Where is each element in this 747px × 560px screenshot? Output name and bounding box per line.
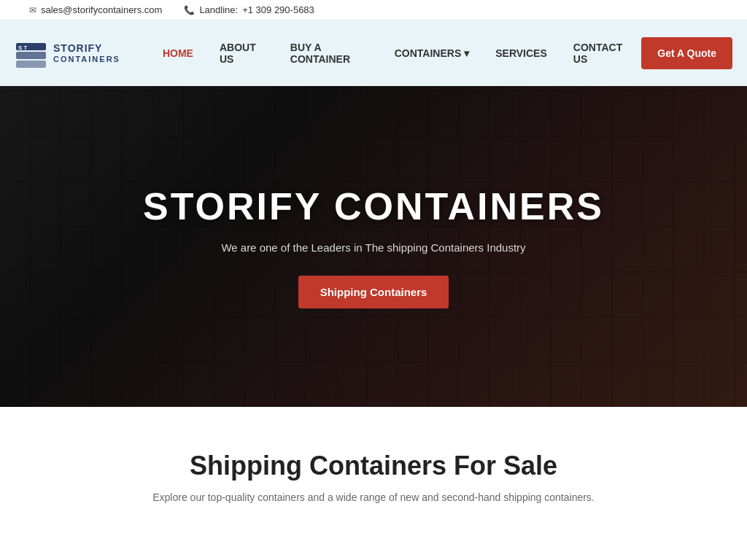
top-bar: ✉ sales@storifycontainers.com 📞 Landline… — [0, 0, 747, 20]
logo-line2: CONTAINERS — [53, 55, 120, 64]
nav-contact[interactable]: CONTACT US — [560, 34, 642, 72]
logo-text: STORIFY CONTAINERS — [53, 42, 120, 64]
nav-about[interactable]: ABOUT US — [206, 34, 277, 72]
get-quote-button[interactable]: Get A Quote — [641, 37, 732, 69]
products-section: Shipping Containers For Sale Explore our… — [0, 407, 747, 560]
phone-label-text: Landline: — [199, 4, 238, 15]
nav-links: HOME ABOUT US BUY A CONTAINER CONTAINERS… — [150, 34, 641, 72]
nav-containers[interactable]: CONTAINERS ▾ — [382, 40, 483, 66]
email-contact: ✉ sales@storifycontainers.com — [29, 4, 162, 15]
svg-rect-2 — [16, 61, 46, 68]
email-icon: ✉ — [29, 5, 36, 15]
dropdown-chevron: ▾ — [464, 47, 469, 59]
logo-line1: STORIFY — [53, 42, 120, 55]
navbar: S T STORIFY CONTAINERS HOME ABOUT US BUY… — [0, 20, 747, 86]
svg-rect-1 — [16, 52, 46, 59]
logo[interactable]: S T STORIFY CONTAINERS — [15, 37, 120, 70]
nav-services[interactable]: SERVICES — [482, 40, 560, 66]
nav-buy[interactable]: BUY A CONTAINER — [277, 34, 382, 72]
hero-title: STORIFY CONTAINERS — [143, 184, 604, 228]
section-title: Shipping Containers For Sale — [29, 451, 718, 481]
svg-text:S T: S T — [18, 44, 28, 51]
hero-cta-button[interactable]: Shipping Containers — [298, 276, 449, 308]
hero-section: STORIFY CONTAINERS We are one of the Lea… — [0, 86, 747, 407]
hero-content: STORIFY CONTAINERS We are one of the Lea… — [143, 184, 604, 308]
section-subtitle: Explore our top-quality containers and a… — [29, 491, 718, 503]
phone-number: +1 309 290-5683 — [242, 4, 314, 15]
phone-contact: 📞 Landline: +1 309 290-5683 — [184, 4, 314, 15]
hero-subtitle: We are one of the Leaders in The shippin… — [143, 241, 604, 254]
nav-home[interactable]: HOME — [150, 40, 206, 66]
logo-icon: S T — [15, 37, 47, 70]
phone-icon: 📞 — [184, 5, 195, 15]
email-text: sales@storifycontainers.com — [41, 4, 162, 15]
